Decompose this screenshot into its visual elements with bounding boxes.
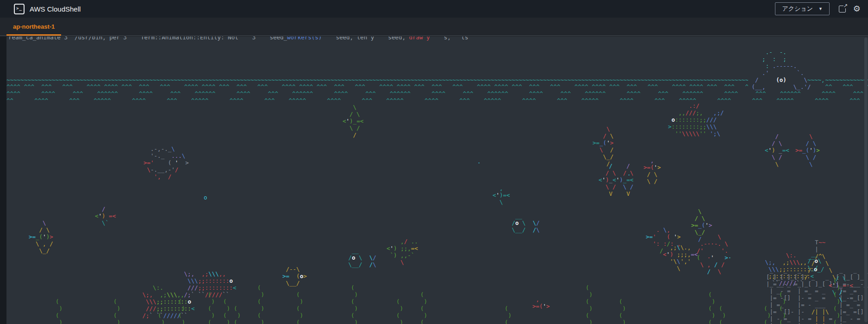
actions-button-label: アクション bbox=[782, 5, 813, 13]
fish-green-left: \ / \<')_=< \ / / bbox=[343, 104, 363, 138]
header: >_ AWS CloudShell アクション ▼ ↗ ⚙ bbox=[0, 0, 868, 18]
settings-gear-icon[interactable]: ⚙ bbox=[853, 5, 861, 13]
bubble: · bbox=[477, 159, 481, 166]
fish-facing-right: \ / \>=_(')> \ / \ bbox=[795, 133, 820, 168]
seaweed-sprite: ( ) bbox=[158, 312, 165, 324]
fish-diamond-right: \ / \>=_(')> \ , / \_/ bbox=[29, 219, 53, 254]
fish-tiny-red: ,>=('> bbox=[532, 296, 550, 310]
seaweed-sprite: ( )( ) bbox=[223, 298, 230, 324]
seaweed-sprite: ( )( ) bbox=[396, 298, 403, 324]
seaweed-sprite: ( )( bbox=[234, 305, 241, 324]
seaweed-sprite: ( )( )( )( bbox=[833, 277, 840, 324]
fish-small-left: /<') =< \` bbox=[95, 206, 116, 226]
seaweed-sprite: ( )( bbox=[505, 305, 512, 324]
seaweed-sprite: ( )( bbox=[719, 305, 726, 324]
seaweed-sprite: ( )( ) bbox=[56, 298, 62, 324]
fish-green-dotted: ,/ ..<') ;;,=< `) ,,-` \ bbox=[387, 238, 418, 266]
cloudshell-icon: >_ bbox=[14, 4, 25, 14]
seaweed-sprite: ( )( )( bbox=[296, 291, 303, 324]
tab-bar: ap-northeast-1 bbox=[0, 18, 868, 36]
seaweed-sprite: ( )( )( bbox=[420, 291, 427, 324]
seaweed-sprite: ( )( ) bbox=[113, 298, 120, 324]
fish-hex-castle: __ / o\ \_/ bbox=[804, 250, 822, 271]
seaweed-sprite: ( )( bbox=[764, 305, 771, 324]
app-title: AWS CloudShell bbox=[30, 5, 81, 13]
fish-hex-teal-1: __ /o \ \/ \__/ /\ bbox=[508, 212, 540, 233]
fish-facing-left: / / \<') _=< \ / \ bbox=[765, 133, 789, 168]
open-new-window-icon[interactable]: ↗ bbox=[839, 6, 846, 12]
fish-gray-big: .-,-._\ '-._ ...\>=' ( ' > \-.__,-'/ ', … bbox=[144, 145, 189, 180]
fish-yellow-small: /--\>= (o> \__/ bbox=[282, 266, 307, 287]
whale-sprite: .- -. ; : ; : .-----. .' `. / (o) \~~~~,… bbox=[748, 49, 825, 90]
water-line-tilde: ~~~~~~~~~~~~~~~~~~~~~~~~~~~~~~~~~~~~~~~~… bbox=[6, 76, 868, 83]
fish-school-left: .:/ ,,///;, ,;/ o:::::::;;///>::::::::;;… bbox=[668, 102, 724, 137]
bubble: . bbox=[627, 170, 631, 177]
bubble: o bbox=[204, 194, 207, 201]
chevron-down-icon: ▼ bbox=[818, 6, 823, 11]
fish-yellow-dotted-left: ,;\\.,<') ;;;,=< '\\',' \ bbox=[663, 244, 698, 272]
actions-button[interactable]: アクション ▼ bbox=[775, 2, 829, 15]
region-tab[interactable]: ap-northeast-1 bbox=[6, 17, 61, 36]
seaweed-sprite: ( )( )( ) bbox=[351, 284, 358, 324]
fish-diamond-a: \ / \>=_('> \ / \_/ / bbox=[593, 125, 613, 167]
terminal[interactable]: ream_ca_animate 3 /usr/bin, per 3 Term::… bbox=[0, 37, 868, 324]
fish-small-right: ,>=('> / \ \ / bbox=[643, 157, 661, 185]
water-line-caret-1: ^^^^ ^^^ ^^^ ^^^ ^^^^ ^^^^ ^^^ ^^^ ^^^ ^… bbox=[6, 83, 868, 90]
fish-big-red: \ .-··-. \/' '.( ·' >· \ , / / / \ bbox=[697, 233, 731, 275]
fish-hex-teal-2: __ /o \ \/ \__/ /\ bbox=[345, 247, 376, 268]
seaweed-sprite: ( )( )( ) bbox=[257, 284, 264, 324]
seaweed-sprite: ( )( ) bbox=[178, 298, 185, 324]
fish-diamond-pair: / / / \ / \<')_<')_=< \ / \ / V V bbox=[599, 162, 633, 197]
seaweed-sprite: ( )( )( bbox=[708, 291, 715, 324]
terminal-scrollbar[interactable] bbox=[864, 37, 868, 322]
fish-teal-small: ,<')=< \ bbox=[493, 185, 510, 206]
water-line-caret-2: ^^^^ ^^^^ ^^^ ^^^^^^ ^^^^ ^^^ ^^^^^^ ^^^… bbox=[6, 90, 868, 97]
fish-castle-diamond: / \<')_=-< \ / \ bbox=[829, 275, 853, 303]
seaweed-sprite: ( )( )( bbox=[779, 291, 786, 324]
terminal-left-gutter bbox=[0, 37, 6, 324]
seaweed-sprite: ( )( ) bbox=[619, 298, 626, 324]
external-arrow-icon: ↗ bbox=[843, 3, 848, 8]
water-line-caret-3: ^^ ^^^^ ^^^ ^^^^^ ^^^^ ^^^ ^^^^^ ^^^^ ^^… bbox=[6, 97, 868, 104]
terminal-clipped-line: ream_ca_animate 3 /usr/bin, per 3 Term::… bbox=[8, 37, 468, 41]
seaweed-sprite: ( )( )( bbox=[208, 291, 215, 324]
seaweed-sprite: ( )( )( ) bbox=[586, 284, 593, 324]
